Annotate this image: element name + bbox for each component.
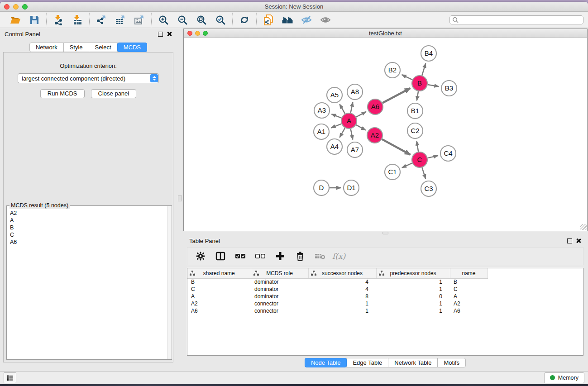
search-field[interactable] <box>449 15 583 24</box>
graph-node-A2[interactable]: A2 <box>367 128 382 143</box>
mcds-result-item[interactable]: A <box>10 217 167 224</box>
network-canvas[interactable]: AA1A2A3A4A5A6A7A8BB1B2B3B4CC1C2C3C4DD1 <box>184 38 587 231</box>
mcds-result-item[interactable]: A6 <box>10 238 167 246</box>
float-panel-icon[interactable] <box>158 32 163 37</box>
graph-edge-A-A3[interactable] <box>331 114 341 118</box>
graph-edge-A-A1[interactable] <box>331 124 341 128</box>
float-table-panel-icon[interactable] <box>567 238 572 243</box>
search-input[interactable] <box>460 17 581 23</box>
graph-node-B[interactable]: B <box>412 76 427 91</box>
mcds-result-item[interactable]: B <box>10 224 167 231</box>
graph-edge-C-C1[interactable] <box>402 163 412 167</box>
graph-edge-C-C4[interactable] <box>428 156 438 158</box>
graph-edge-A-A6[interactable] <box>356 112 366 117</box>
graph-node-B4[interactable]: B4 <box>421 46 436 61</box>
table-settings-button[interactable] <box>192 249 209 263</box>
table-row[interactable]: A2connector11A2 <box>187 300 488 307</box>
graph-node-C4[interactable]: C4 <box>440 146 456 161</box>
column-header-name[interactable]: name <box>450 268 488 278</box>
result-scrollbar[interactable] <box>167 206 171 359</box>
create-column-button[interactable] <box>272 249 289 263</box>
tab-network-table[interactable]: Network Table <box>388 358 438 367</box>
graph-node-A6[interactable]: A6 <box>368 99 383 114</box>
unselect-all-columns-button[interactable] <box>252 249 269 263</box>
graph-edge-A6-B[interactable] <box>382 88 411 103</box>
graph-edge-A-A8[interactable] <box>351 102 353 113</box>
delete-column-button[interactable] <box>292 249 309 263</box>
network-document-button[interactable] <box>261 14 276 26</box>
network-minimize-button[interactable] <box>195 31 200 36</box>
tab-mcds[interactable]: MCDS <box>117 43 147 52</box>
export-table-button[interactable] <box>113 14 128 26</box>
import-table-button[interactable] <box>70 14 85 26</box>
network-close-button[interactable] <box>187 31 192 36</box>
column-header-successor-nodes[interactable]: successor nodes <box>308 268 376 278</box>
minimize-window-button[interactable] <box>13 4 19 10</box>
hide-details-button[interactable] <box>299 14 314 26</box>
zoom-in-button[interactable] <box>156 14 171 26</box>
tab-select[interactable]: Select <box>89 43 118 52</box>
horizontal-divider-grip[interactable] <box>382 232 388 234</box>
close-window-button[interactable] <box>4 4 10 10</box>
graph-node-A4[interactable]: A4 <box>327 139 342 154</box>
zoom-fit-button[interactable] <box>194 14 209 26</box>
resize-grip-icon[interactable] <box>580 224 587 230</box>
graph-node-A1[interactable]: A1 <box>314 124 329 139</box>
close-panel-button[interactable]: Close panel <box>91 89 137 98</box>
graph-edge-A-A7[interactable] <box>351 129 353 140</box>
select-all-columns-button[interactable] <box>232 249 249 263</box>
home-button[interactable] <box>280 14 295 26</box>
graph-node-C[interactable]: C <box>412 152 427 167</box>
refresh-button[interactable] <box>237 14 252 26</box>
graph-edge-B-B1[interactable] <box>417 91 418 101</box>
graph-node-B1[interactable]: B1 <box>407 103 423 119</box>
graph-edge-A-A4[interactable] <box>339 128 345 138</box>
save-session-button[interactable] <box>27 14 42 26</box>
graph-node-C3[interactable]: C3 <box>421 181 436 196</box>
zoom-selected-button[interactable] <box>213 14 228 26</box>
graph-node-B3[interactable]: B3 <box>441 81 457 96</box>
export-network-button[interactable] <box>94 14 109 26</box>
mcds-result-item[interactable]: A2 <box>10 210 167 217</box>
graph-edge-B-B2[interactable] <box>402 75 412 80</box>
tab-style[interactable]: Style <box>63 43 89 52</box>
table-row[interactable]: A6connector11A6 <box>187 307 488 315</box>
import-network-button[interactable] <box>51 14 66 26</box>
zoom-window-button[interactable] <box>22 4 28 10</box>
vertical-divider-grip[interactable] <box>178 195 182 201</box>
graph-edge-C-C3[interactable] <box>422 167 425 179</box>
table-row[interactable]: Cdominator41C <box>187 286 488 293</box>
memory-button[interactable]: Memory <box>544 372 584 383</box>
graph-node-A5[interactable]: A5 <box>327 87 342 103</box>
graph-node-A3[interactable]: A3 <box>314 103 330 118</box>
zoom-out-button[interactable] <box>175 14 190 26</box>
graph-edge-A-A2[interactable] <box>356 125 366 130</box>
tab-edge-table[interactable]: Edge Table <box>346 358 388 367</box>
graph-node-D1[interactable]: D1 <box>344 180 359 195</box>
column-header-predecessor-nodes[interactable]: predecessor nodes <box>376 268 450 278</box>
graph-node-A[interactable]: A <box>341 113 357 129</box>
tab-network[interactable]: Network <box>29 43 64 52</box>
column-header-MCDS-role[interactable]: MCDS role <box>251 268 308 278</box>
tab-motifs[interactable]: Motifs <box>437 358 466 367</box>
column-header-shared-name[interactable]: shared name <box>187 268 251 278</box>
task-history-button[interactable] <box>4 372 16 383</box>
graph-edge-B-B4[interactable] <box>422 63 425 76</box>
show-details-button[interactable] <box>318 14 333 26</box>
graph-node-C2[interactable]: C2 <box>407 123 423 138</box>
run-mcds-button[interactable]: Run MCDS <box>40 89 85 98</box>
close-table-panel-icon[interactable] <box>576 238 581 243</box>
function-builder-button[interactable]: f(x) <box>331 252 345 261</box>
graph-edge-A2-C[interactable] <box>382 139 411 155</box>
graph-edge-C-C2[interactable] <box>417 141 419 152</box>
table-row[interactable]: Adominator80A <box>187 293 488 300</box>
graph-node-B2[interactable]: B2 <box>385 62 400 78</box>
table-row[interactable]: Bdominator41B <box>187 278 488 286</box>
graph-edge-A-A5[interactable] <box>339 104 345 114</box>
delete-table-button[interactable] <box>311 249 329 263</box>
export-image-button[interactable] <box>132 14 147 26</box>
network-zoom-button[interactable] <box>203 31 208 36</box>
graph-node-A7[interactable]: A7 <box>347 142 363 157</box>
tab-node-table[interactable]: Node Table <box>305 358 347 367</box>
open-session-button[interactable] <box>8 14 23 26</box>
